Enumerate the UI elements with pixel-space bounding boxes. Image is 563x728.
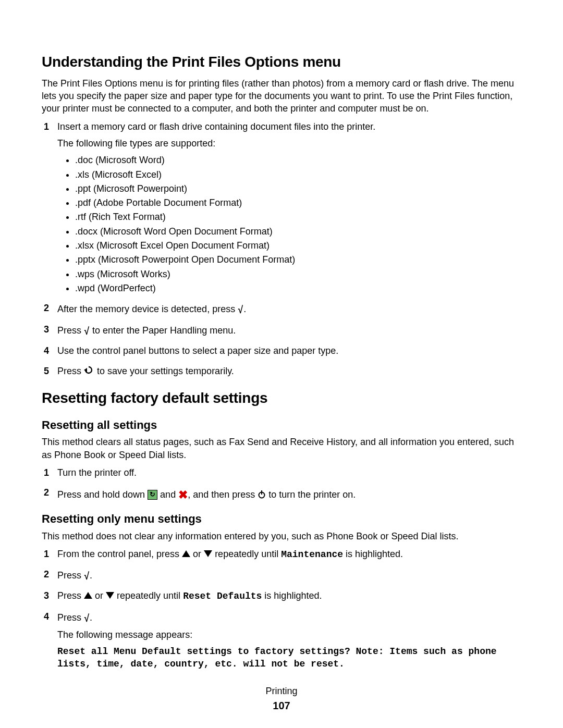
text: Turn the printer off. — [57, 467, 137, 478]
steps-reset-all: Turn the printer off. Press and hold dow… — [42, 466, 521, 502]
up-arrow-icon — [84, 592, 92, 599]
text: Press — [57, 366, 84, 376]
text: Press — [57, 612, 84, 623]
steps-print-files: Insert a memory card or flash drive cont… — [42, 120, 521, 378]
text: Press — [57, 570, 84, 581]
file-type-item: .pdf (Adobe Portable Document Format) — [75, 196, 521, 209]
text: to enter the Paper Handling menu. — [90, 325, 236, 336]
lighted-button-icon — [148, 490, 157, 500]
step-4: Press √. The following message appears: … — [44, 610, 521, 671]
svg-rect-2 — [261, 490, 262, 495]
file-type-item: .docx (Microsoft Word Open Document Form… — [75, 225, 521, 238]
text: After the memory device is detected, pre… — [57, 304, 238, 314]
message-label: The following message appears: — [57, 628, 521, 641]
check-icon: √ — [84, 324, 89, 338]
file-type-item: .xls (Microsoft Excel) — [75, 168, 521, 181]
text: Use the control panel buttons to select … — [57, 346, 338, 356]
heading-reset-factory: Resetting factory default settings — [42, 388, 521, 408]
step-5: Press to save your settings temporarily. — [44, 365, 521, 378]
footer-section-label: Printing — [42, 685, 521, 697]
steps-reset-menu: From the control panel, press or repeate… — [42, 548, 521, 670]
text: Press and hold down — [57, 489, 148, 500]
up-arrow-icon — [182, 550, 190, 557]
check-icon: √ — [238, 303, 243, 317]
file-type-item: .rtf (Rich Text Format) — [75, 211, 521, 223]
text: to turn the printer on. — [266, 489, 356, 500]
down-arrow-icon — [106, 592, 114, 599]
intro-reset-menu: This method does not clear any informati… — [42, 530, 521, 542]
text: and — [157, 489, 178, 500]
step-text: Insert a memory card or flash drive cont… — [57, 121, 375, 132]
text: is highlighted. — [343, 549, 403, 559]
text: to save your settings temporarily. — [94, 366, 234, 376]
text: or — [92, 590, 106, 601]
cancel-x-icon: ✖ — [178, 487, 188, 503]
file-type-item: .ppt (Microsoft Powerpoint) — [75, 182, 521, 195]
mono-text: Maintenance — [281, 549, 343, 560]
step-1: Turn the printer off. — [44, 466, 521, 479]
text: . — [243, 304, 246, 314]
file-type-item: .xlsx (Microsoft Excel Open Document For… — [75, 239, 521, 252]
text: , and then press — [188, 489, 258, 500]
file-type-item: .wpd (WordPerfect) — [75, 282, 521, 294]
footer-page-number: 107 — [42, 699, 521, 713]
intro-reset-all: This method clears all status pages, suc… — [42, 436, 521, 461]
step-4: Use the control panel buttons to select … — [44, 344, 521, 357]
step-2: Press √. — [44, 568, 521, 582]
text: or — [190, 549, 204, 559]
check-icon: √ — [84, 569, 89, 583]
text: Press — [57, 590, 84, 601]
step-2: Press and hold down and ✖, and then pres… — [44, 486, 521, 502]
text: repeatedly until — [212, 549, 281, 559]
text: From the control panel, press — [57, 549, 182, 559]
step-2: After the memory device is detected, pre… — [44, 302, 521, 316]
subheading-reset-menu: Resetting only menu settings — [42, 511, 521, 527]
text: repeatedly until — [114, 590, 183, 601]
file-type-item: .doc (Microsoft Word) — [75, 154, 521, 166]
text: . — [90, 612, 92, 623]
back-icon — [84, 365, 94, 377]
file-type-list: .doc (Microsoft Word).xls (Microsoft Exc… — [57, 154, 521, 294]
step-3: Press √ to enter the Paper Handling menu… — [44, 323, 521, 337]
subheading-reset-all: Resetting all settings — [42, 417, 521, 433]
reset-message: Reset all Menu Default settings to facto… — [57, 645, 521, 671]
step-1: From the control panel, press or repeate… — [44, 548, 521, 561]
heading-print-files-options: Understanding the Print Files Options me… — [42, 52, 521, 72]
check-icon: √ — [84, 611, 89, 625]
step-1: Insert a memory card or flash drive cont… — [44, 120, 521, 295]
power-icon — [258, 489, 266, 502]
file-type-item: .wps (Microsoft Works) — [75, 268, 521, 280]
down-arrow-icon — [204, 550, 212, 557]
supported-label: The following file types are supported: — [57, 137, 521, 150]
text: is highlighted. — [262, 590, 322, 601]
mono-text: Reset Defaults — [183, 591, 262, 601]
step-3: Press or repeatedly until Reset Defaults… — [44, 589, 521, 602]
text: . — [90, 570, 92, 581]
text: Press — [57, 325, 84, 336]
intro-print-files: The Print Files Options menu is for prin… — [42, 77, 521, 115]
file-type-item: .pptx (Microsoft Powerpoint Open Documen… — [75, 253, 521, 266]
